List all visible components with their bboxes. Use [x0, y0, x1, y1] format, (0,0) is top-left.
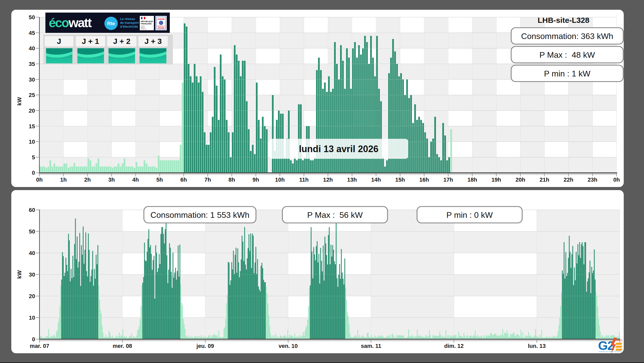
svg-text:0: 0	[32, 170, 35, 176]
svg-text:P min : 1 kW: P min : 1 kW	[544, 69, 591, 78]
svg-text:20: 20	[29, 107, 35, 114]
svg-text:écowatt: écowatt	[49, 16, 92, 30]
svg-text:Consommation: 363 kWh: Consommation: 363 kWh	[521, 32, 613, 41]
svg-text:FRANÇAISE: FRANÇAISE	[141, 23, 152, 25]
svg-text:FRANCE: FRANCE	[615, 339, 622, 341]
svg-text:LHB-site-L328: LHB-site-L328	[538, 16, 589, 24]
svg-text:30: 30	[29, 76, 35, 83]
svg-text:RÉPUBLIQUE: RÉPUBLIQUE	[141, 20, 153, 23]
svg-text:16h: 16h	[419, 176, 429, 183]
svg-text:lundi 13 avril 2026: lundi 13 avril 2026	[299, 144, 378, 154]
svg-text:60: 60	[29, 207, 35, 213]
svg-text:0h: 0h	[613, 176, 620, 183]
svg-text:J + 1: J + 1	[82, 37, 99, 45]
svg-text:40: 40	[29, 45, 35, 52]
svg-text:kW: kW	[16, 270, 23, 279]
svg-text:J + 3: J + 3	[144, 37, 162, 45]
svg-text:6h: 6h	[180, 176, 187, 183]
svg-text:12h: 12h	[323, 176, 333, 183]
svg-text:15: 15	[29, 123, 35, 130]
svg-text:Fraternité: Fraternité	[141, 28, 146, 30]
svg-text:0h: 0h	[36, 176, 43, 183]
svg-text:23h: 23h	[588, 176, 597, 183]
svg-text:50: 50	[29, 228, 35, 235]
svg-text:0: 0	[32, 336, 35, 342]
svg-text:ÉCOLOGIQUE: ÉCOLOGIQUE	[157, 28, 164, 29]
svg-text:5h: 5h	[156, 176, 163, 183]
svg-text:G2: G2	[598, 339, 614, 352]
svg-text:Consommation: 1 553 kWh: Consommation: 1 553 kWh	[151, 210, 250, 220]
svg-text:17h: 17h	[443, 176, 453, 183]
svg-text:15h: 15h	[395, 176, 405, 183]
svg-text:11h: 11h	[299, 176, 309, 183]
svg-text:9h: 9h	[253, 176, 259, 183]
svg-text:lun. 13: lun. 13	[528, 343, 546, 349]
svg-text:kW: kW	[16, 97, 23, 105]
svg-text:10h: 10h	[275, 176, 285, 183]
svg-text:22h: 22h	[563, 176, 573, 183]
svg-text:18h: 18h	[467, 176, 477, 183]
svg-text:3h: 3h	[108, 176, 115, 183]
svg-text:jeu. 09: jeu. 09	[196, 343, 214, 349]
svg-text:20h: 20h	[516, 176, 525, 183]
svg-text:8h: 8h	[229, 176, 235, 183]
svg-text:14h: 14h	[371, 176, 381, 183]
svg-text:ADEME: ADEME	[157, 18, 165, 20]
svg-text:10: 10	[29, 139, 35, 145]
svg-text:d’électricité: d’électricité	[120, 25, 138, 28]
svg-text:dim. 12: dim. 12	[444, 343, 464, 349]
svg-text:50: 50	[29, 14, 35, 21]
svg-text:20: 20	[29, 293, 35, 299]
svg-text:7h: 7h	[204, 176, 211, 183]
svg-text:1h: 1h	[60, 176, 67, 183]
svg-text:19h: 19h	[491, 176, 501, 183]
svg-text:sam. 11: sam. 11	[361, 343, 381, 349]
svg-text:de transport: de transport	[120, 21, 139, 25]
svg-text:2h: 2h	[84, 176, 91, 183]
svg-text:40: 40	[29, 250, 35, 256]
svg-text:25: 25	[29, 92, 35, 98]
svg-text:45: 45	[29, 30, 35, 36]
svg-text:P Max : 56 kW: P Max : 56 kW	[307, 210, 363, 220]
svg-text:P Max : 48 kW: P Max : 48 kW	[539, 50, 595, 60]
svg-text:30: 30	[29, 271, 35, 278]
svg-text:ven. 10: ven. 10	[279, 343, 298, 349]
svg-text:13h: 13h	[347, 176, 357, 183]
svg-text:10: 10	[29, 315, 35, 321]
svg-text:5: 5	[32, 154, 35, 161]
svg-text:Rte: Rte	[107, 21, 115, 26]
svg-text:P min : 0 kW: P min : 0 kW	[447, 210, 493, 220]
svg-text:mer. 08: mer. 08	[113, 343, 132, 349]
svg-text:21h: 21h	[540, 176, 549, 183]
svg-text:J: J	[57, 37, 61, 45]
svg-text:Optimisation des ressources én: Optimisation des ressources énergétiques	[599, 351, 622, 352]
svg-text:35: 35	[29, 61, 35, 67]
svg-text:mar. 07: mar. 07	[30, 343, 49, 349]
svg-text:Le réseau: Le réseau	[120, 17, 135, 21]
svg-text:J + 2: J + 2	[113, 37, 131, 45]
svg-text:4h: 4h	[132, 176, 139, 183]
